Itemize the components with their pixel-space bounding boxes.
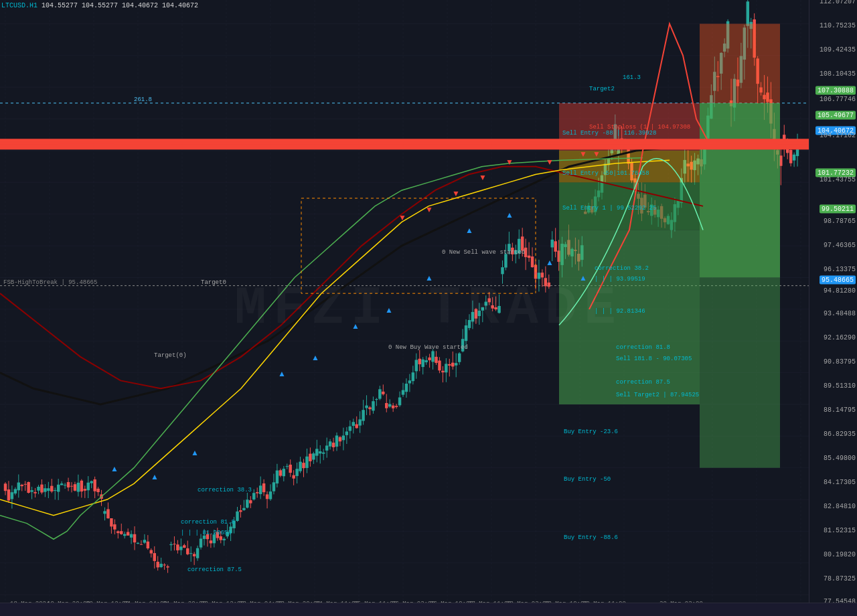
price-label: 109.42435 [820,46,856,54]
price-label: 110.75235 [820,22,856,29]
price-label: 105.49677 [815,111,856,120]
price-label: 88.14795 [824,406,856,414]
price-label: 106.77746 [820,96,856,103]
price-label: 78.87325 [824,575,856,583]
price-label: 93.48488 [824,310,856,317]
price-label: 101.43755 [820,176,856,183]
price-label: 85.49800 [824,455,856,462]
price-label: 82.84810 [824,503,856,510]
price-label: 98.78765 [824,218,856,225]
price-label: 107.30888 [815,86,856,95]
price-label: 94.81280 [824,287,856,295]
price-label: 84.17305 [824,479,856,486]
price-scale: 112.07207110.75235109.42435108.10435107.… [809,0,857,616]
price-label: 92.16290 [824,334,856,341]
price-label: 112.07207 [820,0,856,5]
price-label: 97.46365 [824,242,856,249]
price-label: 104.17162 [820,132,856,139]
bottom-bar [0,603,857,616]
price-label: 99.50211 [820,205,856,214]
price-label: 108.10435 [820,70,856,78]
price-label: 90.83795 [824,358,856,366]
price-label: 86.82935 [824,431,856,438]
price-label: 96.13375 [824,266,856,273]
price-label: 95.48665 [820,276,856,285]
chart-container: LTCUSD.H1 104.55277 104.55277 104.40672 … [0,0,857,616]
chart-canvas [0,0,857,616]
price-label: 81.52315 [824,527,856,534]
price-label: 89.51310 [824,382,856,390]
price-label: 80.19820 [824,551,856,558]
